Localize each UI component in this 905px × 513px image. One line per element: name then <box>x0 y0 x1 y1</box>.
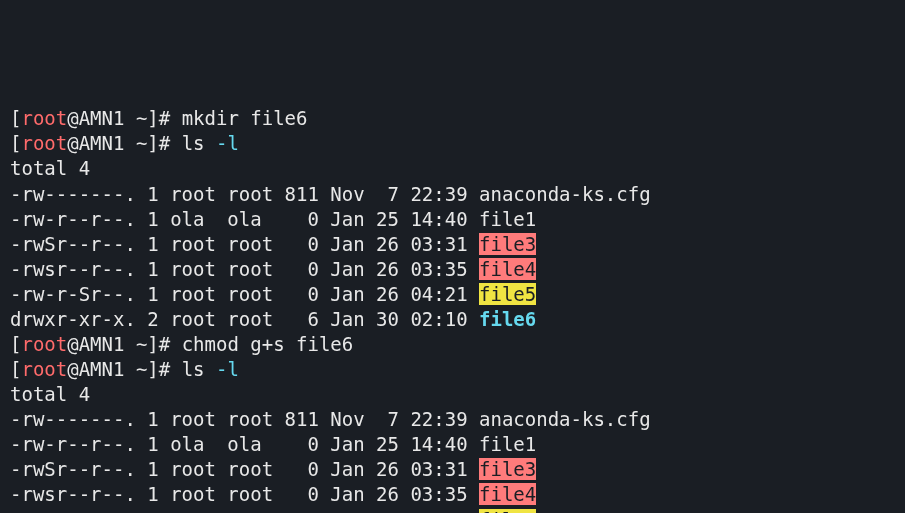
list-row: -rw-------. 1 root root 811 Nov 7 22:39 … <box>10 183 651 205</box>
prompt-at: @ <box>67 333 78 355</box>
meta: 2 root root 6 Jan 30 02:10 <box>136 308 479 330</box>
prompt-line-1: [root@AMN1 ~]# mkdir file6 <box>10 107 308 129</box>
list-row: -rw-------. 1 root root 811 Nov 7 22:39 … <box>10 408 651 430</box>
filename: file1 <box>479 208 536 230</box>
prompt-user: root <box>21 132 67 154</box>
prompt-tilde: ~ <box>124 333 147 355</box>
filename-dir: file6 <box>479 308 536 330</box>
cmd-mkdir: mkdir file6 <box>182 107 308 129</box>
meta: 1 root root 811 Nov 7 22:39 <box>136 408 479 430</box>
perm: -rwsr--r--. <box>10 258 136 280</box>
list-row: drwxr-xr-x. 2 root root 6 Jan 30 02:10 f… <box>10 308 536 330</box>
meta: 1 root root 0 Jan 26 04:21 <box>136 283 479 305</box>
list-row: -rwsr--r--. 1 root root 0 Jan 26 03:35 f… <box>10 258 536 280</box>
list-row: -rw-r-Sr--. 1 root root 0 Jan 26 04:21 f… <box>10 509 536 513</box>
list-row: -rw-r--r--. 1 ola ola 0 Jan 25 14:40 fil… <box>10 208 536 230</box>
perm: -rwSr--r--. <box>10 458 136 480</box>
prompt-open: [ <box>10 333 21 355</box>
cmd-ls-2: ls <box>182 358 216 380</box>
meta: 1 root root 811 Nov 7 22:39 <box>136 183 479 205</box>
perm: -rw-r--r--. <box>10 208 136 230</box>
meta: 1 root root 0 Jan 26 03:35 <box>136 258 479 280</box>
prompt-at: @ <box>67 132 78 154</box>
perm: -rw-r-Sr--. <box>10 509 136 513</box>
perm: drwxr-xr-x. <box>10 308 136 330</box>
perm: -rw-------. <box>10 408 136 430</box>
filename: file1 <box>479 433 536 455</box>
prompt-user: root <box>21 333 67 355</box>
prompt-host: AMN1 <box>79 132 125 154</box>
prompt-host: AMN1 <box>79 358 125 380</box>
perm: -rw-r--r--. <box>10 433 136 455</box>
prompt-close: ]# <box>147 333 181 355</box>
meta: 1 root root 0 Jan 26 03:31 <box>136 233 479 255</box>
filename: anaconda-ks.cfg <box>479 408 651 430</box>
list-row: -rwSr--r--. 1 root root 0 Jan 26 03:31 f… <box>10 233 536 255</box>
prompt-open: [ <box>10 107 21 129</box>
prompt-close: ]# <box>147 358 181 380</box>
meta: 1 root root 0 Jan 26 03:35 <box>136 483 479 505</box>
list-row: -rw-r-Sr--. 1 root root 0 Jan 26 04:21 f… <box>10 283 536 305</box>
prompt-close: ]# <box>147 132 181 154</box>
cmd-ls-flag: -l <box>216 132 239 154</box>
total-line-1: total 4 <box>10 157 90 179</box>
prompt-at: @ <box>67 358 78 380</box>
terminal[interactable]: [root@AMN1 ~]# mkdir file6 [root@AMN1 ~]… <box>10 106 895 513</box>
cmd-ls: ls <box>182 132 216 154</box>
prompt-line-2: [root@AMN1 ~]# ls -l <box>10 132 239 154</box>
prompt-open: [ <box>10 358 21 380</box>
prompt-line-3: [root@AMN1 ~]# chmod g+s file6 <box>10 333 353 355</box>
prompt-tilde: ~ <box>124 358 147 380</box>
perm: -rw-r-Sr--. <box>10 283 136 305</box>
list-row: -rwSr--r--. 1 root root 0 Jan 26 03:31 f… <box>10 458 536 480</box>
perm: -rwsr--r--. <box>10 483 136 505</box>
prompt-tilde: ~ <box>124 132 147 154</box>
filename-suid-no-exec: file3 <box>479 458 536 480</box>
prompt-user: root <box>21 107 67 129</box>
total-line-2: total 4 <box>10 383 90 405</box>
filename-sgid-no-exec: file5 <box>479 283 536 305</box>
cmd-ls-flag-2: -l <box>216 358 239 380</box>
list-row: -rwsr--r--. 1 root root 0 Jan 26 03:35 f… <box>10 483 536 505</box>
perm: -rw-------. <box>10 183 136 205</box>
filename-suid: file4 <box>479 258 536 280</box>
prompt-host: AMN1 <box>79 107 125 129</box>
prompt-line-4: [root@AMN1 ~]# ls -l <box>10 358 239 380</box>
filename-suid: file4 <box>479 483 536 505</box>
cmd-chmod: chmod g+s file6 <box>182 333 354 355</box>
prompt-close: ]# <box>147 107 181 129</box>
meta: 1 root root 0 Jan 26 03:31 <box>136 458 479 480</box>
filename-sgid-no-exec: file5 <box>479 509 536 513</box>
prompt-tilde: ~ <box>124 107 147 129</box>
prompt-user: root <box>21 358 67 380</box>
prompt-open: [ <box>10 132 21 154</box>
filename-suid-no-exec: file3 <box>479 233 536 255</box>
meta: 1 ola ola 0 Jan 25 14:40 <box>136 433 479 455</box>
meta: 1 root root 0 Jan 26 04:21 <box>136 509 479 513</box>
list-row: -rw-r--r--. 1 ola ola 0 Jan 25 14:40 fil… <box>10 433 536 455</box>
meta: 1 ola ola 0 Jan 25 14:40 <box>136 208 479 230</box>
prompt-at: @ <box>67 107 78 129</box>
perm: -rwSr--r--. <box>10 233 136 255</box>
prompt-host: AMN1 <box>79 333 125 355</box>
filename: anaconda-ks.cfg <box>479 183 651 205</box>
